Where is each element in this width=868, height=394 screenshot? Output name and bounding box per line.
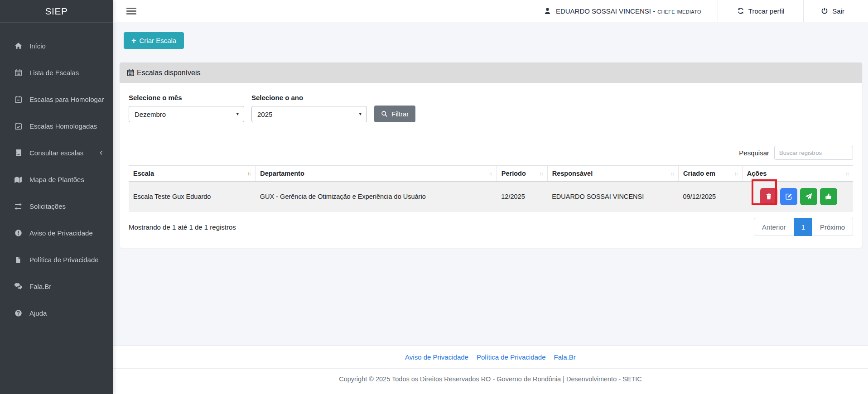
sidebar-item-lista-de-escalas[interactable]: Lista de Escalas (0, 59, 113, 86)
column-header-departamento[interactable]: Departamento↑↓ (256, 166, 497, 182)
search-icon (381, 111, 388, 117)
caret-down-icon: ▾ (359, 111, 362, 117)
thumbs-up-icon (825, 193, 832, 200)
records-info: Mostrando de 1 até 1 de 1 registros (129, 223, 236, 231)
exchange-icon (14, 202, 23, 211)
send-button[interactable] (800, 188, 817, 205)
sidebar: SIEP Início Lista de Escalas Escalas par… (0, 0, 113, 394)
sidebar-item-mapa-de-plantoes[interactable]: Mapa de Plantões (0, 166, 113, 193)
sort-icon: ↑↓ (670, 171, 674, 176)
sidebar-item-ajuda[interactable]: Ajuda (0, 300, 113, 327)
sort-asc-icon: ↑↓ (247, 171, 251, 176)
sidebar-item-label: Escalas Homologadas (29, 122, 97, 130)
delete-button[interactable] (760, 188, 777, 205)
footer-link-aviso-de-privacidade[interactable]: Aviso de Privacidade (405, 353, 468, 361)
sidebar-item-label: Solicitações (29, 202, 66, 210)
question-circle-icon (14, 309, 23, 317)
create-escala-button[interactable]: + Criar Escala (124, 32, 184, 49)
month-select[interactable]: Dezembro ▾ (129, 106, 244, 122)
sidebar-item-label: Mapa de Plantões (29, 176, 84, 183)
calendar-icon (127, 69, 135, 77)
filters-row: Selecione o mês Dezembro ▾ Selecione o a… (129, 94, 853, 122)
pagination-page-1-button[interactable]: 1 (794, 218, 812, 236)
column-header-responsavel[interactable]: Responsável↑↓ (547, 166, 678, 182)
user-role: CHEFE IMEDIATO (657, 9, 701, 14)
chevron-left-icon (98, 150, 105, 156)
sidebar-item-label: Escalas para Homologar (29, 96, 104, 103)
sort-icon: ↑↓ (489, 171, 492, 176)
sidebar-item-politica-de-privacidade[interactable]: Política de Privacidade (0, 246, 113, 273)
sort-icon: ↑↓ (734, 171, 738, 176)
year-filter-label: Selecione o ano (251, 94, 367, 101)
month-select-value: Dezembro (135, 111, 166, 118)
month-filter-group: Selecione o mês Dezembro ▾ (129, 94, 244, 122)
year-select-value: 2025 (257, 111, 272, 118)
sidebar-item-label: Consultar escalas (29, 149, 83, 157)
year-select[interactable]: 2025 ▾ (251, 106, 367, 122)
footer-link-politica-de-privacidade[interactable]: Política de Privacidade (477, 353, 546, 361)
column-header-criado-em[interactable]: Criado em↑↓ (679, 166, 743, 182)
user-menu[interactable]: EDUARDO SOSSAI VINCENSI - CHEFE IMEDIATO (527, 7, 718, 15)
plus-icon: + (131, 37, 136, 45)
page-footer: Aviso de Privacidade Política de Privaci… (113, 346, 868, 394)
table-header-row: Escala↑↓ Departamento↑↓ Período↑↓ Respon… (129, 166, 853, 182)
hamburger-menu-icon[interactable] (126, 6, 136, 16)
search-input[interactable] (774, 146, 853, 160)
calendar-check-icon (14, 122, 23, 130)
pagination: Anterior 1 Próximo (754, 218, 853, 236)
cell-periodo: 12/2025 (497, 182, 547, 211)
sidebar-item-solicitacoes[interactable]: Solicitações (0, 193, 113, 220)
refresh-icon (737, 7, 744, 14)
user-name: EDUARDO SOSSAI VINCENSI - (556, 7, 655, 15)
cell-responsavel: EDUARDO SOSSAI VINCENSI (547, 182, 678, 211)
calendar-grid-icon (14, 69, 23, 77)
cell-acoes (742, 182, 853, 211)
approve-button[interactable] (820, 188, 837, 205)
sidebar-item-consultar-escalas[interactable]: Consultar escalas (0, 139, 113, 166)
cell-departamento: GUX - Gerência de Otimização e Experiênc… (256, 182, 497, 211)
action-buttons (747, 188, 849, 205)
sidebar-item-escalas-homologadas[interactable]: Escalas Homologadas (0, 113, 113, 139)
search-row: Pesquisar (129, 146, 853, 160)
sidebar-item-fala-br[interactable]: Fala.Br (0, 273, 113, 300)
logout-button[interactable]: Sair (804, 7, 868, 15)
sidebar-item-label: Ajuda (29, 309, 47, 317)
table-row: Escala Teste Gux Eduardo GUX - Gerência … (129, 182, 853, 211)
sidebar-item-label: Lista de Escalas (29, 69, 79, 77)
footer-link-fala-br[interactable]: Fala.Br (554, 353, 576, 361)
copyright-text: Copyright © 2025 Todos os Direitos Reser… (113, 369, 868, 383)
panel-header: Escalas disponíveis (120, 62, 862, 83)
filter-button[interactable]: Filtrar (374, 106, 415, 122)
sidebar-nav: Início Lista de Escalas Escalas para Hom… (0, 23, 113, 327)
escalas-panel: Escalas disponíveis Selecione o mês Deze… (120, 62, 862, 248)
sidebar-item-label: Política de Privacidade (29, 256, 99, 264)
edit-icon (785, 193, 792, 200)
caret-down-icon: ▾ (236, 111, 239, 117)
search-label: Pesquisar (739, 149, 769, 157)
create-escala-label: Criar Escala (140, 37, 177, 44)
panel-body: Selecione o mês Dezembro ▾ Selecione o a… (120, 83, 862, 248)
sort-icon: ↑↓ (540, 171, 543, 176)
sidebar-item-escalas-para-homologar[interactable]: Escalas para Homologar (0, 86, 113, 113)
cell-escala: Escala Teste Gux Eduardo (129, 182, 256, 211)
sidebar-item-label: Início (29, 42, 46, 50)
year-filter-group: Selecione o ano 2025 ▾ (251, 94, 367, 122)
user-icon (544, 7, 551, 15)
switch-profile-button[interactable]: Trocar perfil (718, 7, 803, 15)
paper-plane-icon (805, 193, 812, 200)
book-icon (14, 149, 23, 157)
edit-button[interactable] (780, 188, 797, 205)
column-header-escala[interactable]: Escala↑↓ (129, 166, 256, 182)
file-icon (14, 256, 23, 264)
filter-button-label: Filtrar (391, 110, 409, 118)
pagination-previous-button[interactable]: Anterior (754, 218, 794, 236)
calendar-minus-icon (14, 96, 23, 104)
exclamation-circle-icon (14, 229, 23, 237)
column-header-acoes[interactable]: Ações↑↓ (742, 166, 853, 182)
pagination-next-button[interactable]: Próximo (812, 218, 853, 236)
sidebar-item-aviso-de-privacidade[interactable]: Aviso de Privacidade (0, 220, 113, 246)
sidebar-item-inicio[interactable]: Início (0, 33, 113, 59)
column-header-periodo[interactable]: Período↑↓ (497, 166, 547, 182)
main-content: + Criar Escala Escalas disponíveis Selec… (113, 22, 868, 346)
map-icon (14, 176, 23, 184)
